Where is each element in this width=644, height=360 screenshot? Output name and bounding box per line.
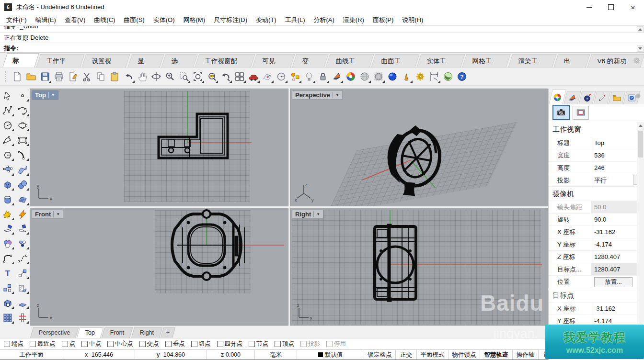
osnap-checkbox-1[interactable] bbox=[30, 341, 36, 347]
menu-item-1[interactable]: 编辑(E) bbox=[31, 14, 60, 25]
menu-item-3[interactable]: 曲线(C) bbox=[90, 14, 119, 25]
ribbon-tab-3[interactable]: 显示 bbox=[127, 54, 164, 68]
osnap-item-11[interactable]: 投影 bbox=[300, 340, 320, 348]
ribbon-tab-12[interactable]: 渲染工具 bbox=[508, 54, 556, 68]
named-view-icon[interactable] bbox=[246, 69, 260, 84]
mesh-surface-icon[interactable] bbox=[16, 193, 29, 206]
viewport-tab-front[interactable]: Front bbox=[102, 327, 133, 338]
osnap-item-10[interactable]: 顶点 bbox=[275, 340, 294, 348]
osnap-checkbox-0[interactable] bbox=[4, 341, 10, 347]
ribbon-tab-9[interactable]: 曲面工具 bbox=[371, 54, 419, 68]
viewport-front[interactable]: Front▼ z x bbox=[30, 208, 288, 326]
status-cell-11[interactable]: 操作轴 bbox=[513, 350, 539, 360]
ribbon-tab-6[interactable]: 可见性 bbox=[252, 54, 295, 68]
trim-icon[interactable] bbox=[1, 222, 14, 236]
osnap-checkbox-4[interactable] bbox=[107, 341, 114, 347]
files-panel-tab[interactable] bbox=[609, 91, 626, 104]
osnap-item-2[interactable]: 点 bbox=[62, 340, 76, 348]
materials-panel-tab[interactable]: ? bbox=[579, 91, 596, 104]
osnap-checkbox-5[interactable] bbox=[139, 341, 146, 347]
viewport-tab-right[interactable]: Right bbox=[131, 327, 162, 338]
osnap-checkbox-6[interactable] bbox=[165, 341, 172, 347]
command-scroll-up-button[interactable] bbox=[637, 26, 644, 33]
surface-cp-icon[interactable] bbox=[1, 163, 14, 177]
property-value[interactable]: 放置... bbox=[591, 276, 644, 288]
viewport-title-right[interactable]: Right▼ bbox=[292, 210, 323, 219]
menu-item-5[interactable]: 实体(O) bbox=[149, 14, 179, 25]
menu-item-13[interactable]: 说明(H) bbox=[398, 14, 427, 25]
ribbon-tab-11[interactable]: 网格工具 bbox=[462, 54, 511, 68]
osnap-checkbox-9[interactable] bbox=[249, 341, 255, 347]
shaded-view-icon[interactable] bbox=[330, 69, 344, 84]
status-cell-6[interactable]: 锁定格点 bbox=[364, 350, 396, 360]
curve-interpolate-icon[interactable] bbox=[16, 104, 29, 117]
display-panel-tab[interactable] bbox=[549, 90, 566, 104]
ribbon-tab-7[interactable]: 变动 bbox=[292, 54, 328, 68]
command-area[interactable]: 指令: _Undo 正在复原 Delete 指令: bbox=[0, 25, 644, 53]
menu-item-2[interactable]: 查看(V) bbox=[60, 14, 90, 25]
property-value[interactable]: 50.0 bbox=[591, 201, 644, 213]
select-arrow-icon[interactable] bbox=[1, 89, 14, 102]
menu-item-6[interactable]: 网格(M) bbox=[179, 14, 209, 25]
osnap-item-6[interactable]: 垂点 bbox=[165, 340, 185, 348]
close-button[interactable]: × bbox=[622, 0, 644, 14]
help-icon[interactable]: ? bbox=[455, 69, 469, 84]
osnap-checkbox-12[interactable] bbox=[326, 341, 333, 347]
add-viewport-tab-button[interactable]: + bbox=[161, 327, 176, 338]
notes-panel-tab[interactable] bbox=[594, 91, 611, 104]
status-cell-5[interactable]: 默认值 bbox=[297, 350, 364, 360]
property-value[interactable]: Top bbox=[591, 137, 644, 149]
fillet-curve-icon[interactable] bbox=[1, 252, 14, 265]
viewport-top[interactable]: Top▼ y x bbox=[30, 89, 288, 206]
osnap-checkbox-11[interactable] bbox=[300, 341, 307, 347]
property-value[interactable]: -31.162 bbox=[591, 303, 644, 315]
dimension-icon[interactable] bbox=[427, 69, 441, 84]
tab-options-gear-icon[interactable] bbox=[632, 56, 641, 65]
osnap-item-5[interactable]: 交点 bbox=[139, 340, 159, 348]
osnap-item-3[interactable]: 中点 bbox=[81, 340, 101, 348]
properties-panel-tab[interactable] bbox=[564, 91, 581, 104]
menu-item-12[interactable]: 面板(P) bbox=[368, 14, 398, 25]
zoom-window-icon[interactable] bbox=[177, 69, 191, 84]
viewport-title-front[interactable]: Front▼ bbox=[32, 210, 63, 219]
viewport-title-perspective[interactable]: Perspective▼ bbox=[292, 90, 343, 100]
property-value[interactable]: 平行 bbox=[591, 174, 644, 186]
viewport-tab-perspective[interactable]: Perspective bbox=[30, 327, 79, 338]
status-cell-0[interactable]: 工作平面 bbox=[0, 350, 63, 360]
cplane-icon[interactable] bbox=[260, 69, 274, 84]
polygon-icon[interactable] bbox=[1, 148, 14, 162]
new-file-icon[interactable] bbox=[10, 69, 24, 84]
osnap-checkbox-10[interactable] bbox=[275, 341, 281, 347]
render-region-icon[interactable] bbox=[371, 69, 385, 84]
viewport-frame-button[interactable] bbox=[573, 106, 589, 120]
property-value[interactable]: 1280.407 bbox=[591, 251, 644, 263]
surface-icon[interactable] bbox=[16, 163, 29, 177]
minimize-button[interactable] bbox=[578, 0, 600, 14]
zoom-extents-icon[interactable] bbox=[191, 69, 205, 84]
panel-gear-icon[interactable] bbox=[634, 92, 642, 100]
status-cell-4[interactable]: 毫米 bbox=[255, 350, 297, 360]
scroll-up-icon[interactable] bbox=[637, 122, 644, 129]
raytrace-icon[interactable] bbox=[385, 69, 399, 84]
zoom-selected-icon[interactable] bbox=[205, 69, 218, 84]
osnap-checkbox-7[interactable] bbox=[191, 341, 197, 347]
split-icon[interactable] bbox=[16, 222, 29, 236]
annotate-icon[interactable] bbox=[66, 69, 80, 84]
point-set-icon[interactable] bbox=[16, 237, 29, 250]
place-camera-button[interactable]: 放置... bbox=[594, 277, 632, 287]
osnap-checkbox-2[interactable] bbox=[62, 341, 68, 347]
zoom-dynamic-icon[interactable] bbox=[163, 69, 177, 84]
ellipse-icon[interactable] bbox=[16, 119, 29, 132]
ribbon-tab-0[interactable]: 标准 bbox=[2, 53, 39, 68]
status-cell-1[interactable]: x -165.446 bbox=[63, 350, 135, 360]
viewport-tab-top[interactable]: Top bbox=[77, 327, 104, 338]
status-cell-8[interactable]: 平面模式 bbox=[417, 350, 448, 360]
status-cell-7[interactable]: 正交 bbox=[396, 350, 417, 360]
undo-icon[interactable] bbox=[121, 69, 135, 84]
circle-center-icon[interactable] bbox=[274, 69, 288, 84]
camera-button[interactable] bbox=[552, 105, 570, 120]
status-cell-9[interactable]: 物件锁点 bbox=[448, 350, 480, 360]
paste-icon[interactable] bbox=[107, 69, 121, 84]
osnap-checkbox-3[interactable] bbox=[81, 341, 88, 347]
property-value[interactable]: 536 bbox=[591, 149, 644, 161]
